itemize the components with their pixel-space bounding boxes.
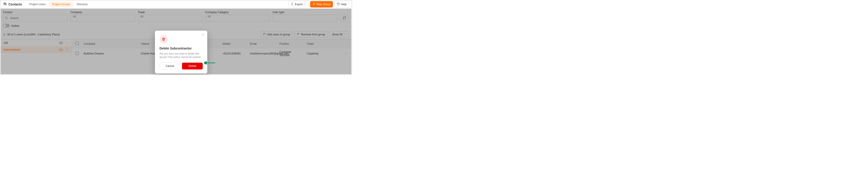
tab-project-groups[interactable]: Project Groups [50, 1, 73, 7]
export-button[interactable]: Export [288, 1, 309, 7]
help-label: Help [341, 3, 346, 6]
annotation-arrow [204, 61, 215, 65]
svg-point-0 [4, 3, 5, 4]
cancel-button[interactable]: Cancel [159, 63, 180, 70]
tab-project-users[interactable]: Project Users [27, 1, 49, 7]
close-icon[interactable]: ✕ [202, 33, 205, 37]
help-icon [337, 2, 340, 6]
new-group-button[interactable]: New Group [310, 1, 333, 7]
topbar: Contacts Project Users Project Groups Di… [0, 0, 352, 8]
export-label: Export [295, 3, 303, 6]
help-button[interactable]: Help [334, 1, 349, 7]
modal-title: Delete Subcontractor [159, 46, 203, 50]
trash-icon [159, 35, 168, 43]
modal-body: Are you sure you want to delete this gro… [159, 52, 203, 59]
add-user-icon [313, 2, 316, 6]
delete-modal: ✕ Delete Subcontractor Are you sure you … [155, 31, 207, 74]
tab-directory[interactable]: Directory [74, 1, 90, 7]
svg-point-1 [5, 3, 6, 4]
app-title: Contacts [3, 2, 22, 7]
page-title: Contacts [8, 2, 22, 6]
chevron-down-icon [304, 3, 306, 6]
svg-point-2 [313, 3, 314, 4]
tabs: Project Users Project Groups Directory [27, 1, 90, 7]
delete-button[interactable]: Delete [182, 63, 203, 70]
export-icon [291, 2, 294, 6]
new-group-label: New Group [317, 3, 331, 6]
contacts-icon [3, 2, 7, 7]
